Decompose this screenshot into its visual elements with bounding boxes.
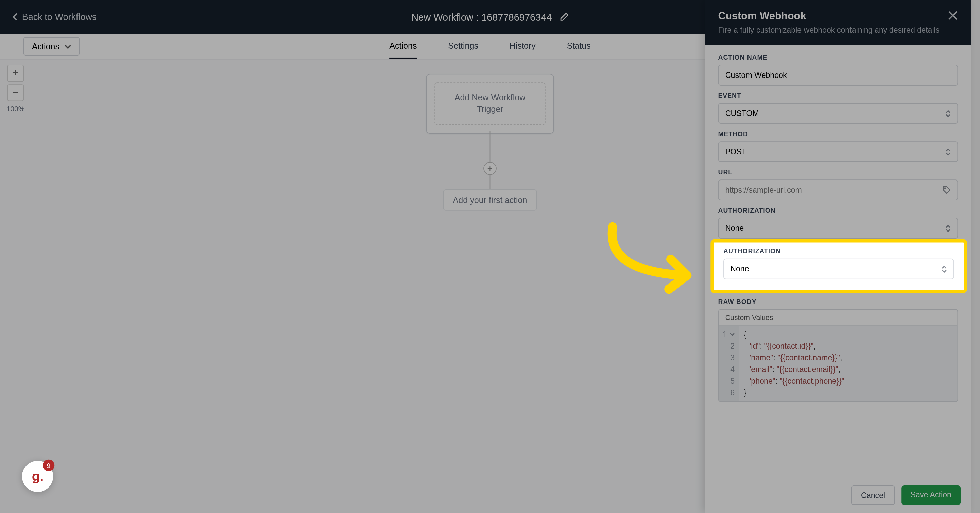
raw-body-editor: Custom Values 1 23456 { "id": "{{contact… <box>718 309 958 402</box>
tabs: Actions Settings History Status <box>389 33 591 59</box>
label-action-name: ACTION NAME <box>718 54 958 61</box>
authorization-select[interactable]: None <box>718 218 958 239</box>
method-value: POST <box>725 147 746 156</box>
code-lines[interactable]: { "id": "{{contact.id}}", "name": "{{con… <box>739 326 958 401</box>
label-authorization-hl: AUTHORIZATION <box>723 248 954 255</box>
connector-line-2 <box>490 175 490 190</box>
close-icon[interactable] <box>947 10 958 21</box>
tab-actions[interactable]: Actions <box>389 33 417 59</box>
actions-dropdown-button[interactable]: Actions <box>24 37 80 56</box>
zoom-percent: 100% <box>6 105 24 113</box>
zoom-controls: + − 100% <box>6 65 24 113</box>
scrollbar[interactable] <box>971 0 980 513</box>
select-chevrons-icon <box>946 148 951 155</box>
back-label: Back to Workflows <box>22 12 97 22</box>
zoom-in-button[interactable]: + <box>7 65 24 81</box>
panel-title: Custom Webhook <box>718 10 940 22</box>
authorization-value: None <box>725 223 744 233</box>
tab-settings[interactable]: Settings <box>448 33 479 59</box>
tab-history[interactable]: History <box>510 33 536 59</box>
url-input[interactable] <box>718 180 958 200</box>
add-step-button[interactable]: + <box>484 162 496 175</box>
event-value: CUSTOM <box>725 109 759 118</box>
select-chevrons-icon <box>946 110 951 117</box>
code-body[interactable]: 1 23456 { "id": "{{contact.id}}", "name"… <box>719 326 957 401</box>
first-action-placeholder[interactable]: Add your first action <box>443 189 537 211</box>
custom-values-link[interactable]: Custom Values <box>719 310 957 326</box>
action-name-input[interactable] <box>718 65 958 86</box>
select-chevrons-icon <box>942 265 947 272</box>
label-event: EVENT <box>718 92 958 99</box>
badge-count: 9 <box>43 460 55 472</box>
tab-status[interactable]: Status <box>567 33 591 59</box>
back-to-workflows-link[interactable]: Back to Workflows <box>13 12 97 22</box>
cancel-button[interactable]: Cancel <box>851 486 895 505</box>
trigger-box[interactable]: Add New Workflow Trigger <box>426 74 554 134</box>
method-select[interactable]: POST <box>718 141 958 162</box>
workflow-title: New Workflow : 1687786976344 <box>411 11 552 22</box>
connector-line <box>490 131 490 162</box>
select-chevrons-icon <box>946 225 951 231</box>
action-name-field[interactable] <box>725 71 951 80</box>
chevron-left-icon <box>13 13 18 21</box>
workflow-title-wrap: New Workflow : 1687786976344 <box>411 11 569 22</box>
code-gutter: 1 23456 <box>719 326 738 401</box>
url-field[interactable] <box>725 186 942 194</box>
authorization-select-hl[interactable]: None <box>723 259 954 279</box>
trigger-placeholder[interactable]: Add New Workflow Trigger <box>434 82 545 125</box>
save-action-button[interactable]: Save Action <box>902 486 961 505</box>
panel-subtitle: Fire a fully customizable webhook contai… <box>718 25 940 34</box>
label-raw-body: RAW BODY <box>718 298 958 305</box>
panel-footer: Cancel Save Action <box>705 478 971 513</box>
label-url: URL <box>718 169 958 175</box>
svg-point-2 <box>945 188 945 189</box>
floating-badge[interactable]: g. 9 <box>22 461 53 492</box>
authorization-value-hl: None <box>730 264 749 274</box>
highlight-cutout: AUTHORIZATION None <box>713 241 964 290</box>
label-authorization: AUTHORIZATION <box>718 207 958 214</box>
actions-label: Actions <box>32 41 59 51</box>
label-method: METHOD <box>718 130 958 137</box>
event-select[interactable]: CUSTOM <box>718 103 958 124</box>
badge-letter: g. <box>32 469 43 484</box>
panel-header: Custom Webhook Fire a fully customizable… <box>705 0 971 45</box>
zoom-out-button[interactable]: − <box>7 84 24 101</box>
edit-icon[interactable] <box>560 13 569 21</box>
chevron-down-icon <box>64 44 71 48</box>
tag-icon[interactable] <box>942 186 951 194</box>
